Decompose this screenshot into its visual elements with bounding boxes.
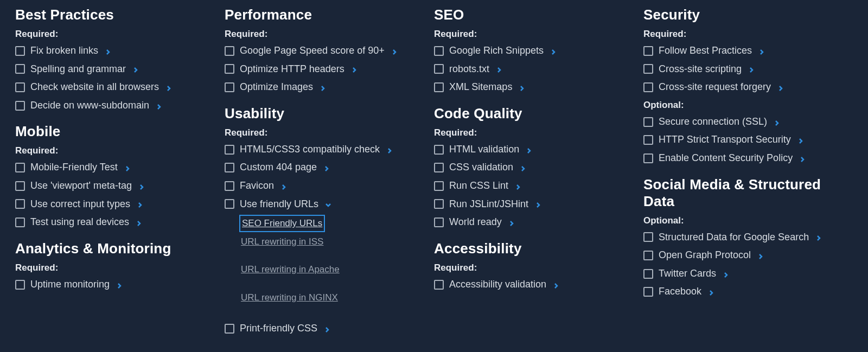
chevron-right-icon[interactable] bbox=[165, 84, 172, 91]
checkbox[interactable] bbox=[434, 217, 444, 227]
checklist-item-use-viewport-meta-tag[interactable]: Use 'viewport' meta-tag bbox=[15, 180, 214, 192]
chevron-right-icon[interactable] bbox=[280, 183, 287, 189]
chevron-down-icon[interactable] bbox=[325, 201, 331, 207]
chevron-right-icon[interactable] bbox=[723, 271, 729, 277]
checkbox[interactable] bbox=[643, 46, 653, 56]
checkbox[interactable] bbox=[225, 82, 234, 92]
chevron-right-icon[interactable] bbox=[520, 164, 526, 171]
checklist-item-secure-connection-ssl[interactable]: Secure connection (SSL) bbox=[643, 116, 842, 128]
checklist-item-world-ready[interactable]: World ready bbox=[434, 216, 633, 228]
checklist-item-facebook[interactable]: Facebook bbox=[643, 286, 842, 298]
checklist-item-open-graph-protocol[interactable]: Open Graph Protocol bbox=[643, 249, 842, 261]
chevron-right-icon[interactable] bbox=[391, 48, 398, 54]
checklist-item-structured-data-for-google-search[interactable]: Structured Data for Google Search bbox=[643, 232, 842, 244]
chevron-right-icon[interactable] bbox=[526, 146, 532, 153]
checklist-item-check-website-in-all-browsers[interactable]: Check website in all browsers bbox=[15, 81, 214, 93]
checkbox[interactable] bbox=[15, 181, 25, 191]
chevron-right-icon[interactable] bbox=[138, 183, 145, 189]
chevron-right-icon[interactable] bbox=[136, 219, 142, 226]
checkbox[interactable] bbox=[643, 153, 653, 163]
chevron-right-icon[interactable] bbox=[799, 155, 806, 162]
checkbox[interactable] bbox=[643, 135, 653, 145]
chevron-right-icon[interactable] bbox=[496, 66, 502, 72]
chevron-right-icon[interactable] bbox=[137, 201, 143, 207]
checklist-item-optimize-images[interactable]: Optimize Images bbox=[225, 81, 423, 93]
checkbox[interactable] bbox=[643, 232, 653, 242]
chevron-right-icon[interactable] bbox=[508, 219, 515, 226]
checkbox[interactable] bbox=[434, 64, 444, 74]
chevron-right-icon[interactable] bbox=[553, 281, 559, 288]
checklist-item-decide-on-www-subdomain[interactable]: Decide on www-subdomain bbox=[15, 100, 214, 112]
checklist-item-test-using-real-devices[interactable]: Test using real devices bbox=[15, 216, 214, 228]
checklist-item-use-correct-input-types[interactable]: Use correct input types bbox=[15, 199, 214, 210]
checklist-item-google-page-speed-score-of-90[interactable]: Google Page Speed score of 90+ bbox=[225, 45, 423, 57]
chevron-right-icon[interactable] bbox=[519, 84, 525, 91]
chevron-right-icon[interactable] bbox=[797, 137, 804, 143]
chevron-right-icon[interactable] bbox=[324, 325, 330, 332]
checklist-item-follow-best-practices[interactable]: Follow Best Practices bbox=[643, 45, 842, 57]
chevron-right-icon[interactable] bbox=[156, 103, 162, 109]
checkbox[interactable] bbox=[15, 217, 25, 227]
checkbox[interactable] bbox=[225, 46, 234, 56]
chevron-right-icon[interactable] bbox=[815, 234, 822, 240]
checklist-item-accessibility-validation[interactable]: Accessibility validation bbox=[434, 279, 633, 291]
chevron-right-icon[interactable] bbox=[535, 201, 541, 207]
checklist-item-html-validation[interactable]: HTML validation bbox=[434, 144, 633, 156]
chevron-right-icon[interactable] bbox=[515, 183, 521, 189]
checkbox[interactable] bbox=[434, 46, 444, 56]
checklist-item-twitter-cards[interactable]: Twitter Cards bbox=[643, 268, 842, 280]
sublink-url-rewriting-in-nginx[interactable]: URL rewriting in NGINX bbox=[241, 291, 423, 305]
checkbox[interactable] bbox=[15, 46, 25, 56]
checklist-item-use-friendly-urls[interactable]: Use friendly URLs bbox=[225, 199, 423, 210]
chevron-right-icon[interactable] bbox=[351, 66, 358, 72]
checkbox[interactable] bbox=[643, 82, 653, 92]
checkbox[interactable] bbox=[434, 163, 444, 172]
checkbox[interactable] bbox=[643, 64, 653, 74]
checkbox[interactable] bbox=[225, 324, 234, 334]
checklist-item-css-validation[interactable]: CSS validation bbox=[434, 162, 633, 174]
checklist-item-xml-sitemaps[interactable]: XML Sitemaps bbox=[434, 81, 633, 93]
checkbox[interactable] bbox=[225, 199, 234, 209]
checklist-item-http-strict-transport-security[interactable]: HTTP Strict Transport Security bbox=[643, 134, 842, 146]
checkbox[interactable] bbox=[225, 163, 234, 172]
chevron-right-icon[interactable] bbox=[323, 164, 330, 171]
checklist-item-run-css-lint[interactable]: Run CSS Lint bbox=[434, 180, 633, 192]
checklist-item-uptime-monitoring[interactable]: Uptime monitoring bbox=[15, 279, 214, 291]
checklist-item-robots-txt[interactable]: robots.txt bbox=[434, 63, 633, 75]
checklist-item-run-jslint-jshint[interactable]: Run JSLint/JSHint bbox=[434, 199, 633, 210]
chevron-right-icon[interactable] bbox=[708, 289, 714, 295]
checkbox[interactable] bbox=[15, 64, 25, 74]
checklist-item-cross-site-scripting[interactable]: Cross-site scripting bbox=[643, 63, 842, 75]
chevron-right-icon[interactable] bbox=[124, 164, 131, 171]
chevron-right-icon[interactable] bbox=[777, 84, 784, 91]
checklist-item-fix-broken-links[interactable]: Fix broken links bbox=[15, 45, 214, 57]
checklist-item-enable-content-security-policy[interactable]: Enable Content Security Policy bbox=[643, 152, 842, 164]
chevron-right-icon[interactable] bbox=[105, 48, 111, 54]
checklist-item-print-friendly-css[interactable]: Print-friendly CSS bbox=[225, 323, 423, 335]
checklist-item-optimize-http-headers[interactable]: Optimize HTTP headers bbox=[225, 63, 423, 75]
checkbox[interactable] bbox=[434, 199, 444, 209]
chevron-right-icon[interactable] bbox=[757, 252, 764, 259]
sublink-url-rewriting-in-iss[interactable]: URL rewriting in ISS bbox=[241, 235, 423, 249]
checkbox[interactable] bbox=[643, 269, 653, 279]
checkbox[interactable] bbox=[15, 82, 25, 92]
checkbox[interactable] bbox=[643, 287, 653, 297]
checkbox[interactable] bbox=[434, 82, 444, 92]
checkbox[interactable] bbox=[15, 163, 25, 172]
chevron-right-icon[interactable] bbox=[774, 119, 780, 125]
checklist-item-google-rich-snippets[interactable]: Google Rich Snippets bbox=[434, 45, 633, 57]
checkbox[interactable] bbox=[225, 181, 234, 191]
chevron-right-icon[interactable] bbox=[550, 48, 557, 54]
chevron-right-icon[interactable] bbox=[116, 281, 123, 288]
checklist-item-html5-css3-compatibily-check[interactable]: HTML5/CSS3 compatibily check bbox=[225, 144, 423, 156]
checkbox[interactable] bbox=[15, 101, 25, 111]
checkbox[interactable] bbox=[643, 251, 653, 260]
sublink-url-rewriting-in-apache[interactable]: URL rewriting in Apache bbox=[241, 263, 423, 277]
checklist-item-favicon[interactable]: Favicon bbox=[225, 180, 423, 192]
checklist-item-mobile-friendly-test[interactable]: Mobile-Friendly Test bbox=[15, 162, 214, 174]
checkbox[interactable] bbox=[225, 145, 234, 155]
checklist-item-custom-404-page[interactable]: Custom 404 page bbox=[225, 162, 423, 174]
checklist-item-cross-site-request-forgery[interactable]: Cross-site request forgery bbox=[643, 81, 842, 93]
chevron-right-icon[interactable] bbox=[320, 84, 326, 91]
checkbox[interactable] bbox=[643, 117, 653, 127]
